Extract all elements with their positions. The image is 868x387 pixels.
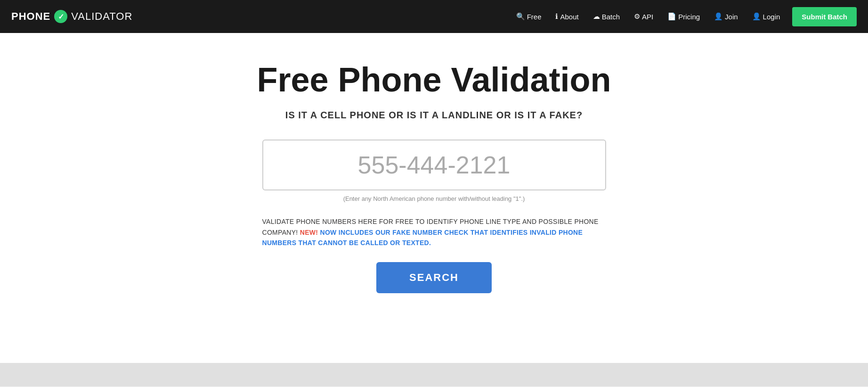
- nav-item-pricing[interactable]: 📄 Pricing: [662, 8, 706, 25]
- logo-checkmark-icon: ✓: [54, 10, 67, 23]
- nav-label-batch: Batch: [602, 13, 620, 21]
- footer-bar: [0, 363, 868, 387]
- nav-item-about[interactable]: ℹ About: [550, 8, 584, 25]
- nav-label-free: Free: [527, 13, 542, 21]
- nav-item-free[interactable]: 🔍 Free: [511, 8, 547, 25]
- input-hint: (Enter any North American phone number w…: [343, 195, 525, 202]
- join-person-icon: 👤: [714, 12, 723, 21]
- main-nav: 🔍 Free ℹ About ☁ Batch ⚙ API 📄 Pricing 👤…: [511, 7, 857, 26]
- search-button[interactable]: SEARCH: [376, 262, 492, 293]
- nav-item-join[interactable]: 👤 Join: [708, 8, 744, 25]
- info-icon: ℹ: [555, 12, 558, 21]
- description-block: VALIDATE PHONE NUMBERS HERE FOR FREE TO …: [262, 216, 606, 248]
- search-icon: 🔍: [516, 12, 525, 21]
- page-title: Free Phone Validation: [257, 61, 611, 99]
- login-person-icon: 👤: [752, 12, 761, 21]
- nav-label-login: Login: [763, 13, 780, 21]
- submit-batch-button[interactable]: Submit Batch: [792, 7, 857, 26]
- nav-label-api: API: [642, 13, 653, 21]
- cloud-icon: ☁: [593, 12, 600, 21]
- new-badge: NEW!: [300, 229, 318, 236]
- main-content: Free Phone Validation IS IT A CELL PHONE…: [0, 33, 868, 363]
- pricing-icon: 📄: [667, 12, 676, 21]
- nav-label-about: About: [560, 13, 578, 21]
- gear-icon: ⚙: [634, 12, 640, 21]
- subtitle: IS IT A CELL PHONE OR IS IT A LANDLINE O…: [285, 110, 583, 121]
- phone-input[interactable]: [262, 140, 606, 190]
- logo-validator-text: VALIDATOR: [71, 10, 132, 23]
- phone-input-container: [262, 140, 606, 190]
- header: PHONE ✓ VALIDATOR 🔍 Free ℹ About ☁ Batch…: [0, 0, 868, 33]
- logo-phone-text: PHONE: [11, 10, 50, 23]
- nav-label-pricing: Pricing: [678, 13, 700, 21]
- logo: PHONE ✓ VALIDATOR: [11, 10, 132, 23]
- nav-item-batch[interactable]: ☁ Batch: [587, 8, 625, 25]
- nav-item-login[interactable]: 👤 Login: [746, 8, 786, 25]
- nav-item-api[interactable]: ⚙ API: [628, 8, 659, 25]
- nav-label-join: Join: [725, 13, 738, 21]
